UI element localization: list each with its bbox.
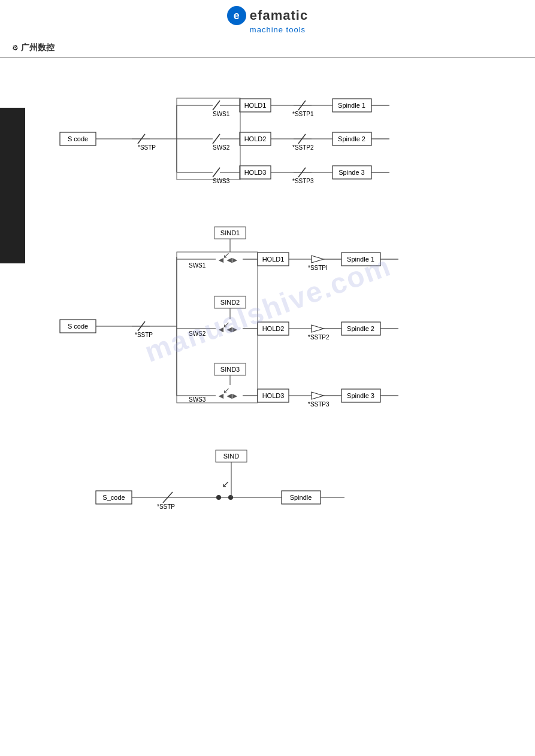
d1-spindle1: Spindle 1 [338,102,365,109]
d1-sws2: SWS2 [213,144,230,151]
brand-text: 广州数控 [21,42,55,53]
d3-scode: S_code [102,494,125,501]
svg-marker-65 [312,325,324,332]
d2-sws1: SWS1 [189,262,206,269]
d1-sstp: *SSTP [138,144,156,151]
svg-line-17 [213,134,220,144]
d2-spindle1: Spindle 1 [347,256,374,263]
d1-sstp3: *SSTP3 [292,178,314,184]
brand-icon: ⚙ [12,44,19,52]
logo-name: efamatic [250,8,308,23]
d2-sstp3: *SSTP3 [308,401,330,408]
svg-marker-78 [312,392,324,399]
d3-spindle: Spindle [290,494,312,501]
logo-subtitle: machine tools [250,25,306,34]
d1-sws3: SWS3 [213,178,230,184]
d2-hold3: HOLD3 [262,392,285,399]
logo-efamatic: e efamatic [227,6,308,25]
diagram-2-svg: S code *SSTP SIND1 ↙ ◄◄ SWS1 ► [18,215,467,418]
svg-line-7 [213,101,220,110]
d1-scode: S code [68,135,88,142]
svg-line-27 [213,168,220,177]
d1-sws1: SWS1 [213,111,230,117]
d1-hold2: HOLD2 [244,135,267,142]
d2-spindle3: Spindle 3 [347,392,374,399]
d2-sws3: SWS3 [189,396,206,403]
svg-text:►: ► [231,324,239,334]
d2-sstp: *SSTP [135,332,153,338]
diagram-1-svg: S code *SSTP SWS1 HOLD1 *SSTP1 [18,69,467,189]
d2-sind2: SIND2 [220,299,240,306]
diagram-3-svg: SIND ↙ S_code *SSTP S [18,444,467,522]
logo-e-icon: e [227,6,246,25]
main-content: manualshive.com S code *SSTP SWS1 HOLD1 [0,57,535,560]
brand-bar: ⚙ 广州数控 [0,40,535,57]
d2-scode: S code [68,323,88,330]
d1-hold1: HOLD1 [244,102,267,109]
diagram-section-3: SIND ↙ S_code *SSTP S [18,444,517,524]
svg-text:►: ► [231,391,239,400]
svg-text:↙: ↙ [222,479,229,489]
d3-sstp: *SSTP [157,503,175,510]
d2-sstp2: *SSTP2 [308,334,330,341]
d1-sstp2: *SSTP2 [292,144,314,151]
svg-marker-52 [312,256,324,263]
d2-hold1: HOLD1 [262,256,285,263]
d2-sind1: SIND1 [220,229,240,236]
diagram-section-1: S code *SSTP SWS1 HOLD1 *SSTP1 [18,69,517,191]
d3-sind: SIND [223,453,239,460]
diagram-section-2: S code *SSTP SIND1 ↙ ◄◄ SWS1 ► [18,215,517,420]
d1-spindle2: Spindle 2 [338,135,365,142]
svg-text:►: ► [231,255,239,265]
d1-sstp1: *SSTP1 [292,111,314,117]
d2-sind3: SIND3 [220,366,240,373]
d2-sws2: SWS2 [189,330,206,337]
d2-sstp1: *SSTPI [308,265,328,271]
logo-container: e efamatic machine tools [227,6,308,34]
header: e efamatic machine tools [0,0,535,40]
d1-spinde3: Spinde 3 [338,169,364,176]
d2-spindle2: Spindle 2 [347,325,374,332]
d1-hold3: HOLD3 [244,169,267,176]
d2-hold2: HOLD2 [262,325,285,332]
